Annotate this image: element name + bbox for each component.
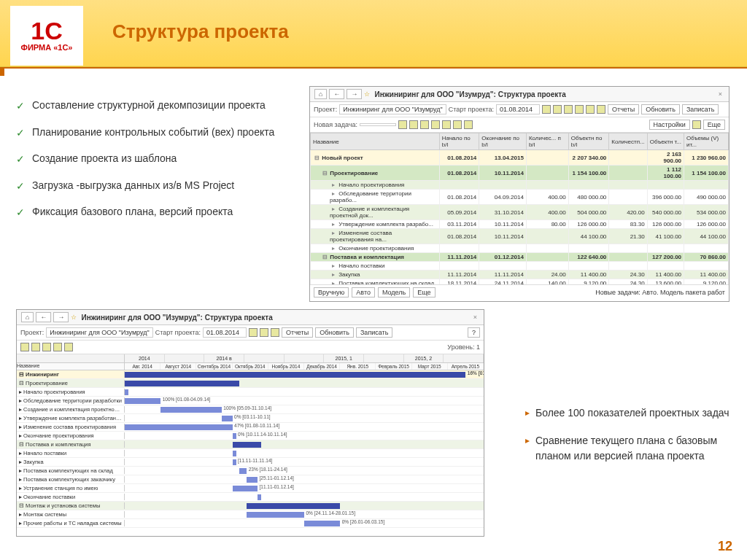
gantt-bar[interactable] <box>125 389 128 395</box>
toolbar-icon[interactable] <box>271 328 279 337</box>
gantt-row[interactable]: ▸ Изменение состава проектирования47% [0… <box>17 423 484 432</box>
column-header[interactable]: Окончание по b/l <box>479 133 527 150</box>
column-header[interactable]: Количес... п b/l <box>526 133 568 150</box>
start-date-field[interactable]: 01.08.2014 <box>203 327 247 338</box>
nav-home-button[interactable]: ⌂ <box>21 312 34 322</box>
gantt-row[interactable]: ▸ Монтаж системы0% [24.11.14-28.01.15] <box>17 510 484 519</box>
gantt-row[interactable]: ▸ Поставка комплектующих заказчику[25.11… <box>17 475 484 484</box>
toolbar-icon[interactable] <box>53 343 62 351</box>
toolbar-icon[interactable] <box>586 105 595 114</box>
close-icon[interactable]: × <box>716 90 724 98</box>
gantt-row[interactable]: ▸ Утверждение комплекта разработанной пр… <box>17 414 484 423</box>
project-field[interactable]: Инжиниринг для ООО "Изумруд" <box>339 104 446 114</box>
nav-fwd-button[interactable]: → <box>347 89 362 99</box>
column-header[interactable]: Количестп... <box>609 133 647 150</box>
gantt-area[interactable]: 20142014 в2015, 12015, 2НазваниеАвг. 201… <box>17 354 484 528</box>
toolbar-icon[interactable] <box>575 105 584 114</box>
toolbar-icon[interactable] <box>64 343 73 351</box>
gantt-bar[interactable] <box>222 416 233 421</box>
gantt-bar[interactable] <box>233 459 236 465</box>
gantt-bar[interactable] <box>258 494 261 500</box>
gantt-bar[interactable] <box>233 442 261 448</box>
favorite-icon[interactable]: ☆ <box>364 90 370 98</box>
toolbar-icon[interactable] <box>692 120 701 129</box>
refresh-button[interactable]: Обновить <box>315 327 354 338</box>
newtask-field[interactable] <box>360 123 396 126</box>
project-field[interactable]: Инжиниринг для ООО "Изумруд" <box>46 327 152 338</box>
gantt-bar[interactable] <box>125 372 465 378</box>
gantt-row[interactable]: ⊟ Поставка и комплектация <box>17 440 484 449</box>
nav-home-button[interactable]: ⌂ <box>314 89 327 99</box>
gantt-row[interactable]: ▸ Создание и комплектация проектной доку… <box>17 405 484 414</box>
table-row[interactable]: ▸ Начало проектирования <box>311 181 729 190</box>
toolbar-icon[interactable] <box>453 120 462 129</box>
table-row[interactable]: ▸ Начало поставки <box>311 262 729 271</box>
favorite-icon[interactable]: ☆ <box>71 314 77 321</box>
toolbar-icon[interactable] <box>409 120 418 129</box>
table-row[interactable]: ▸ Изменение состава проектирования на...… <box>311 229 729 244</box>
gantt-bar[interactable] <box>304 521 340 526</box>
toolbar-icon[interactable] <box>442 120 451 129</box>
refresh-button[interactable]: Обновить <box>641 104 680 114</box>
gantt-bar[interactable] <box>239 468 247 474</box>
bottom-button[interactable]: Вручную <box>314 287 349 298</box>
save-button[interactable]: Записать <box>682 104 719 114</box>
save-button[interactable]: Записать <box>356 327 392 338</box>
toolbar-icon[interactable] <box>420 120 429 129</box>
gantt-row[interactable]: ▸ Прочие работы и ТС наладка системы0% [… <box>17 519 484 528</box>
bottom-button[interactable]: Модель <box>378 287 410 298</box>
gantt-row[interactable]: ▸ Закупка[11.11-11.11.14] <box>17 458 484 467</box>
help-button[interactable]: ? <box>468 327 480 338</box>
start-date-field[interactable]: 01.08.2014 <box>496 104 540 114</box>
toolbar-icon[interactable] <box>431 120 440 129</box>
toolbar-icon[interactable] <box>42 343 51 351</box>
toolbar-icon[interactable] <box>249 328 258 337</box>
toolbar-icon[interactable] <box>20 343 29 351</box>
gantt-bar[interactable] <box>247 503 340 509</box>
table-row[interactable]: ⊟ Поставка и комплектация11.11.201401.12… <box>311 253 729 262</box>
table-row[interactable]: ▸ Создание и комплектация проектной док.… <box>311 205 729 220</box>
toolbar-icon[interactable] <box>398 120 407 129</box>
bottom-button[interactable]: Еще <box>413 287 435 298</box>
nav-back-button[interactable]: ← <box>329 89 344 99</box>
bottom-button[interactable]: Авто <box>352 287 375 298</box>
toolbar-icon[interactable] <box>464 120 473 129</box>
gantt-row[interactable]: ▸ Окончание поставки <box>17 493 484 502</box>
gantt-bar[interactable] <box>233 451 236 456</box>
toolbar-icon[interactable] <box>260 328 268 337</box>
toolbar-icon[interactable] <box>564 105 573 114</box>
gantt-row[interactable]: ▸ Окончание проектирования0% [10.11.14-1… <box>17 432 484 440</box>
close-icon[interactable]: × <box>471 314 479 321</box>
gantt-bar[interactable] <box>125 381 239 386</box>
table-row[interactable]: ⊟ Проектирование01.08.201410.11.20141 15… <box>311 166 729 181</box>
column-header[interactable]: Начало по b/l <box>439 133 479 150</box>
gantt-row[interactable]: ⊟ Инжиниринг16% [01.08-08.14-16] <box>17 370 484 379</box>
gantt-row[interactable]: ⊟ Проектирование <box>17 379 484 388</box>
table-row[interactable]: ⊟ Новый проект01.08.201413.04.20152 207 … <box>311 150 729 166</box>
gantt-row[interactable]: ▸ Начало поставки <box>17 449 484 458</box>
toolbar-icon[interactable] <box>31 343 40 351</box>
gantt-bar[interactable] <box>233 486 258 491</box>
table-row[interactable]: ▸ Окончание проектирования <box>311 244 729 253</box>
table-row[interactable]: ▸ Утверждение комплекта разрабо...03.11.… <box>311 220 729 229</box>
column-header[interactable]: Объектн т... <box>647 133 684 150</box>
reports-button[interactable]: Отчеты <box>608 104 639 114</box>
settings-button[interactable]: Настройки <box>649 120 690 130</box>
gantt-bar[interactable] <box>247 477 258 483</box>
gantt-bar[interactable] <box>125 424 233 430</box>
gantt-row[interactable]: ▸ Устранение станция по имею[11.11-01.12… <box>17 484 484 493</box>
gantt-bar[interactable] <box>247 512 304 518</box>
table-row[interactable]: ▸ Поставка комплектующих на склад18.11.2… <box>311 279 729 285</box>
toolbar-icon[interactable] <box>597 105 605 114</box>
table-row[interactable]: ▸ Закупка11.11.201411.11.201424.0011 400… <box>311 271 729 279</box>
table-row[interactable]: ▸ Обследование территории разрабо...01.0… <box>311 190 729 205</box>
gantt-row[interactable]: ▸ Поставка комплектующих на склад23% [18… <box>17 467 484 475</box>
task-grid[interactable]: НазваниеНачало по b/lОкончание по b/lКол… <box>310 133 729 284</box>
gantt-row[interactable]: ⊟ Монтаж и установка системы <box>17 502 484 510</box>
column-header[interactable]: Объемы (V) ит... <box>684 133 729 150</box>
gantt-bar[interactable] <box>160 407 222 413</box>
name-col-header[interactable]: Название <box>17 363 125 370</box>
nav-fwd-button[interactable]: → <box>53 312 69 322</box>
reports-button[interactable]: Отчеты <box>282 327 313 338</box>
column-header[interactable]: Объектн по b/l <box>568 133 609 150</box>
